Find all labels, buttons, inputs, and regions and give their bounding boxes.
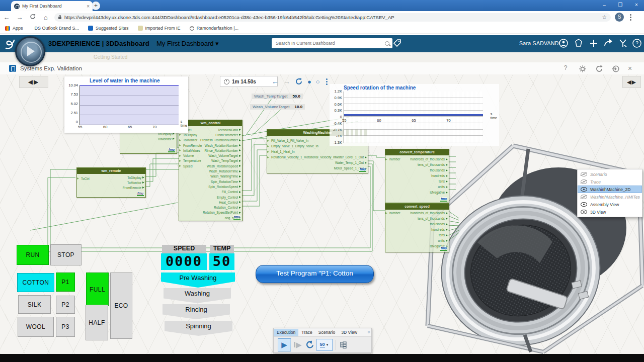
- view-menu-item[interactable]: 3D View: [578, 208, 642, 216]
- tab-close-icon[interactable]: ×: [87, 4, 90, 9]
- widget-settings-icon[interactable]: [579, 65, 587, 73]
- view-menu-item[interactable]: Assembly View: [578, 201, 642, 208]
- bookmark-item[interactable]: DS Outlook Brand S...: [32, 26, 79, 31]
- port-label: Fill_Control: [222, 190, 238, 194]
- hmi-button[interactable]: COTTON: [17, 273, 54, 292]
- browser-tab[interactable]: My First Dashboard ×: [11, 1, 93, 11]
- bookmark-item[interactable]: Apps: [5, 26, 23, 31]
- step-back-icon[interactable]: ←: [272, 77, 279, 85]
- compass-tag-icon[interactable]: [574, 38, 584, 48]
- browser-avatar[interactable]: S: [615, 13, 624, 22]
- bookmark-item[interactable]: Suggested Sites: [88, 26, 129, 31]
- widget-close-icon[interactable]: ×: [626, 64, 634, 72]
- step-button[interactable]: ▶: [294, 340, 302, 349]
- pan-left-right-control-right[interactable]: ◀▶: [622, 76, 641, 88]
- new-tab-button[interactable]: +: [92, 2, 100, 10]
- search-box[interactable]: [272, 38, 392, 48]
- share-icon[interactable]: [603, 38, 613, 48]
- add-icon[interactable]: [589, 38, 599, 48]
- dashboard-name[interactable]: My First Dashboard: [156, 40, 213, 47]
- step-forward-icon[interactable]: →: [283, 77, 290, 85]
- visibility-eye-icon[interactable]: [581, 172, 587, 176]
- bookmark-item[interactable]: Ramonderfashion |...: [190, 26, 238, 31]
- view-menu-item[interactable]: WashinhMachine_HMITes: [578, 193, 642, 201]
- widget-help-icon[interactable]: ?: [561, 64, 570, 72]
- window-restore-button[interactable]: ❒: [613, 0, 628, 10]
- swym-icon[interactable]: [618, 38, 628, 48]
- url-text[interactable]: https://vdevpril443dsy.ux.dsone.3ds.com:…: [64, 15, 599, 20]
- speed-chart[interactable]: Speed rotation of the machine 1.2K0.9K0.…: [330, 84, 499, 146]
- back-icon[interactable]: ←: [0, 14, 13, 21]
- visibility-eye-icon[interactable]: [581, 179, 587, 184]
- browser-menu-icon[interactable]: [630, 17, 631, 18]
- reload-icon[interactable]: [26, 14, 39, 21]
- hierarchy-button[interactable]: [339, 341, 347, 349]
- profile-icon[interactable]: [558, 38, 569, 48]
- bookmark-item[interactable]: Imported From IE: [138, 26, 181, 31]
- window-close-button[interactable]: ×: [629, 0, 644, 10]
- view-menu-item[interactable]: Trace: [578, 178, 642, 186]
- exec-tab[interactable]: Execution: [274, 329, 298, 336]
- hmi-button[interactable]: STOP: [50, 244, 82, 265]
- exec-tab[interactable]: Trace: [298, 329, 315, 336]
- test-program-button[interactable]: Test Program "P1: Cotton: [256, 265, 374, 283]
- search-icon[interactable]: [385, 41, 389, 46]
- play-button[interactable]: ▶: [278, 338, 291, 351]
- hmi-button[interactable]: ECO: [110, 273, 132, 339]
- tag-icon[interactable]: [392, 38, 403, 48]
- hmi-button[interactable]: FULL: [86, 273, 109, 306]
- view-menu-item[interactable]: WashinhMachine_2D: [578, 186, 642, 193]
- port-arrow-icon: [142, 187, 145, 189]
- port-arrow-icon: [239, 165, 242, 167]
- block-wm-remote[interactable]: wm_remote ToCtrl ToDisplayToMonitorFromR…: [76, 167, 146, 198]
- bookmark-icon: [138, 26, 143, 31]
- x-tick: 55: [342, 118, 346, 123]
- record-icon[interactable]: ●: [307, 78, 311, 85]
- user-name[interactable]: Sara SADVANDI: [519, 40, 560, 46]
- search-input[interactable]: [275, 40, 385, 46]
- address-bar[interactable]: https://vdevpril443dsy.ux.dsone.3ds.com:…: [54, 13, 611, 22]
- forward-icon[interactable]: →: [13, 14, 26, 21]
- collapse-chevron-icon[interactable]: »: [367, 331, 372, 334]
- speed-display-value: 0000: [161, 253, 207, 270]
- 3dexperience-compass-icon[interactable]: [15, 36, 45, 66]
- playback-menu-icon[interactable]: [326, 81, 328, 82]
- speed-display-label: SPEED: [162, 245, 206, 253]
- exec-tab[interactable]: Scenario: [315, 329, 339, 336]
- pan-left-right-control[interactable]: ◀▶: [19, 76, 48, 88]
- hmi-button[interactable]: P2: [56, 296, 75, 314]
- speed-factor-button[interactable]: 50 ▼: [316, 339, 333, 351]
- stop-record-icon[interactable]: ○: [316, 78, 320, 85]
- visibility-eye-icon[interactable]: [581, 195, 587, 199]
- visibility-eye-icon[interactable]: [581, 187, 587, 192]
- dashboard-caret-icon[interactable]: ▾: [215, 40, 219, 47]
- widget-refresh-icon[interactable]: [595, 65, 603, 73]
- view-menu-item[interactable]: Scenario: [578, 170, 642, 178]
- port-label: thousands: [430, 222, 445, 226]
- block-convert-temperature[interactable]: convert_temperature number hundreds_of_t…: [385, 149, 449, 203]
- block-wm-control[interactable]: wm_control PanelToDisplayToMonitorFromRe…: [179, 120, 243, 221]
- widget-open-app-icon[interactable]: [611, 65, 619, 73]
- hmi-button[interactable]: WOOL: [18, 317, 54, 337]
- visibility-eye-icon[interactable]: [581, 202, 587, 207]
- reset-button[interactable]: [305, 340, 313, 349]
- replay-icon[interactable]: [295, 77, 303, 85]
- visibility-eye-icon[interactable]: [581, 210, 587, 214]
- hmi-button[interactable]: P1: [56, 273, 75, 292]
- port-arrow-icon: [385, 158, 388, 160]
- help-icon[interactable]: ?: [632, 38, 642, 48]
- bookmark-star-icon[interactable]: ☆: [602, 14, 607, 21]
- view-menu: Scenario Trace WashinhMachine_2D Washinh…: [577, 169, 642, 217]
- hmi-button[interactable]: P3: [56, 317, 75, 337]
- hmi-button[interactable]: RUN: [17, 245, 49, 265]
- hmi-button[interactable]: HALF: [86, 305, 108, 340]
- hmi-button[interactable]: SILK: [18, 295, 51, 314]
- washing-machine-3d-view[interactable]: [425, 135, 644, 354]
- exec-tab[interactable]: 3D View: [338, 329, 360, 336]
- y-tick: 1.2K: [335, 89, 342, 94]
- window-minimize-button[interactable]: –: [597, 0, 612, 10]
- home-icon[interactable]: ⌂: [39, 14, 52, 21]
- water-level-chart[interactable]: Level of water in the machine 10.047.535…: [64, 76, 188, 133]
- block-convert-speed[interactable]: convert_speed number hundreds_of_thousan…: [385, 203, 449, 252]
- port-label: Heat_Control: [219, 201, 238, 204]
